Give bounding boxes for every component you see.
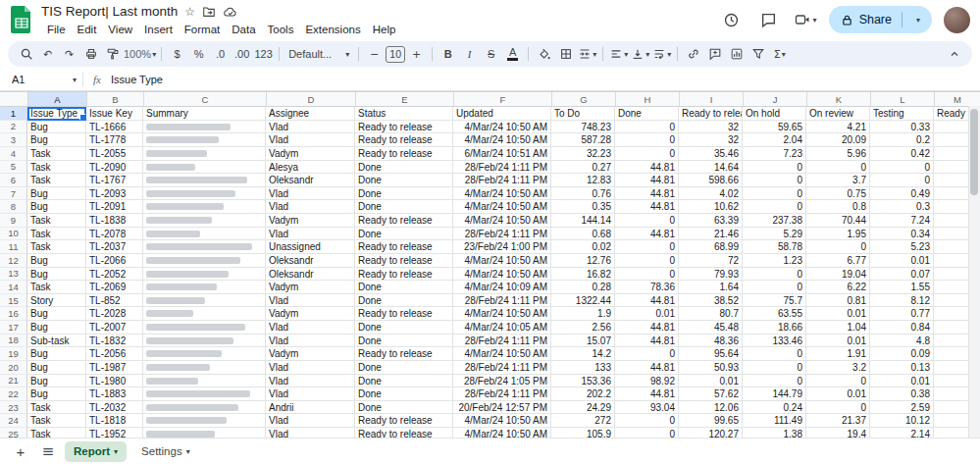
- cell-B24[interactable]: TL-1818: [86, 414, 143, 428]
- scrollbar-thumb[interactable]: [970, 109, 978, 195]
- cell-E1[interactable]: Status: [355, 107, 453, 121]
- cell-H7[interactable]: 44.81: [615, 187, 679, 201]
- cell-L22[interactable]: 0.38: [870, 387, 934, 401]
- format-currency-button[interactable]: $: [167, 43, 187, 65]
- cell-F6[interactable]: 28/Feb/24 1:11 PM: [453, 174, 551, 187]
- cell-K24[interactable]: 21.37: [806, 414, 870, 428]
- cell-K22[interactable]: 0.01: [806, 387, 870, 401]
- cell-L11[interactable]: 5.23: [870, 240, 934, 254]
- cell-B6[interactable]: TL-1767: [86, 174, 143, 187]
- cell-J7[interactable]: 0: [743, 187, 806, 201]
- row-header-13[interactable]: 13: [0, 268, 27, 282]
- decrease-decimals-button[interactable]: .0: [210, 43, 231, 65]
- cell-H15[interactable]: 44.81: [615, 294, 679, 308]
- cell-D1[interactable]: Assignee: [266, 107, 355, 121]
- cell-C14[interactable]: [143, 281, 266, 294]
- avatar[interactable]: [944, 7, 970, 33]
- cell-L8[interactable]: 0.3: [870, 200, 934, 214]
- row-header-5[interactable]: 5: [0, 161, 27, 175]
- more-formats-button[interactable]: 123: [253, 43, 274, 65]
- cell-B3[interactable]: TL-1778: [86, 133, 143, 147]
- cell-C19[interactable]: [143, 347, 266, 361]
- col-header-F[interactable]: F: [454, 92, 552, 106]
- sheet-tab-settings[interactable]: Settings ▾: [132, 441, 199, 462]
- cell-F24[interactable]: 4/Mar/24 10:50 AM: [453, 414, 551, 428]
- cell-K6[interactable]: 3.7: [806, 174, 870, 187]
- row-header-24[interactable]: 24: [0, 414, 27, 428]
- cell-B22[interactable]: TL-1883: [86, 387, 143, 401]
- cell-G15[interactable]: 1322.44: [551, 294, 615, 308]
- cell-F20[interactable]: 28/Feb/24 1:11 PM: [453, 361, 551, 375]
- cell-H11[interactable]: 0: [615, 240, 679, 254]
- cell-D24[interactable]: Vlad: [266, 414, 355, 428]
- cell-K19[interactable]: 1.91: [806, 347, 870, 361]
- cell-A6[interactable]: Task: [27, 174, 86, 187]
- row-header-18[interactable]: 18: [0, 335, 27, 348]
- cell-H10[interactable]: 44.81: [615, 228, 679, 241]
- cell-I6[interactable]: 598.66: [679, 174, 743, 187]
- cell-J24[interactable]: 111.49: [743, 414, 806, 428]
- cell-J21[interactable]: 0: [743, 375, 806, 388]
- move-folder-icon[interactable]: [202, 5, 216, 19]
- cell-E12[interactable]: Ready to release: [355, 254, 453, 268]
- share-caret-icon[interactable]: ▾: [908, 16, 928, 25]
- cell-A24[interactable]: Task: [27, 414, 86, 428]
- menu-data[interactable]: Data: [226, 23, 261, 36]
- sheets-logo-icon[interactable]: [10, 5, 33, 34]
- cell-J4[interactable]: 7.23: [743, 147, 806, 161]
- col-header-H[interactable]: H: [616, 92, 680, 106]
- cell-L3[interactable]: 0.2: [870, 133, 934, 147]
- cell-K18[interactable]: 0.01: [806, 335, 870, 348]
- cell-F23[interactable]: 20/Feb/24 12:57 PM: [453, 401, 551, 415]
- cell-B8[interactable]: TL-2091: [86, 200, 143, 214]
- cell-A21[interactable]: Bug: [27, 375, 86, 388]
- cell-H19[interactable]: 0: [615, 347, 679, 361]
- cell-D17[interactable]: Vlad: [266, 321, 355, 335]
- cell-C9[interactable]: [143, 214, 266, 228]
- cell-E16[interactable]: Ready to release: [355, 307, 453, 321]
- cell-A4[interactable]: Task: [27, 147, 86, 161]
- cell-D18[interactable]: Vlad: [266, 335, 355, 348]
- cell-E17[interactable]: Done: [355, 321, 453, 335]
- cell-I10[interactable]: 21.46: [679, 228, 743, 241]
- cell-K9[interactable]: 70.44: [806, 214, 870, 228]
- cell-H24[interactable]: 0: [615, 414, 679, 428]
- menu-extensions[interactable]: Extensions: [299, 23, 366, 36]
- cell-K7[interactable]: 0.75: [806, 187, 870, 201]
- cell-K11[interactable]: 0: [806, 240, 870, 254]
- cell-D23[interactable]: Andrii: [266, 401, 355, 415]
- cell-J8[interactable]: 0: [743, 200, 806, 214]
- cell-L20[interactable]: 0.13: [870, 361, 934, 375]
- cell-J5[interactable]: 0: [743, 161, 806, 175]
- cell-E11[interactable]: Ready to release: [355, 240, 453, 254]
- cell-F9[interactable]: 4/Mar/24 10:50 AM: [453, 214, 551, 228]
- version-history-icon[interactable]: [719, 7, 745, 32]
- cell-B2[interactable]: TL-1666: [86, 121, 143, 134]
- cell-J18[interactable]: 133.46: [743, 335, 806, 348]
- cell-C8[interactable]: [143, 200, 266, 214]
- fill-color-button[interactable]: [534, 43, 554, 65]
- cell-B25[interactable]: TL-1952: [86, 428, 143, 438]
- row-header-15[interactable]: 15: [0, 294, 27, 308]
- cell-L12[interactable]: 0.01: [870, 254, 934, 268]
- menu-file[interactable]: File: [41, 23, 72, 36]
- cell-D5[interactable]: Alesya: [266, 161, 355, 175]
- cell-H20[interactable]: 44.81: [615, 361, 679, 375]
- cell-A10[interactable]: Task: [27, 228, 86, 241]
- cell-F11[interactable]: 23/Feb/24 1:00 PM: [453, 240, 551, 254]
- cell-G8[interactable]: 0.35: [551, 200, 615, 214]
- cell-H12[interactable]: 0: [615, 254, 679, 268]
- row-header-11[interactable]: 11: [0, 240, 27, 254]
- cell-F1[interactable]: Updated: [453, 107, 551, 121]
- row-header-7[interactable]: 7: [0, 187, 27, 201]
- cell-E19[interactable]: Ready to release: [355, 347, 453, 361]
- row-header-2[interactable]: 2: [0, 121, 27, 134]
- cell-B18[interactable]: TL-1832: [86, 335, 143, 348]
- row-header-9[interactable]: 9: [0, 214, 27, 228]
- insert-chart-button[interactable]: [726, 43, 747, 65]
- col-header-C[interactable]: C: [144, 92, 267, 106]
- col-header-A[interactable]: A: [28, 92, 87, 106]
- col-header-L[interactable]: L: [871, 92, 935, 106]
- cell-D22[interactable]: Vlad: [266, 387, 355, 401]
- cell-I17[interactable]: 45.48: [679, 321, 743, 335]
